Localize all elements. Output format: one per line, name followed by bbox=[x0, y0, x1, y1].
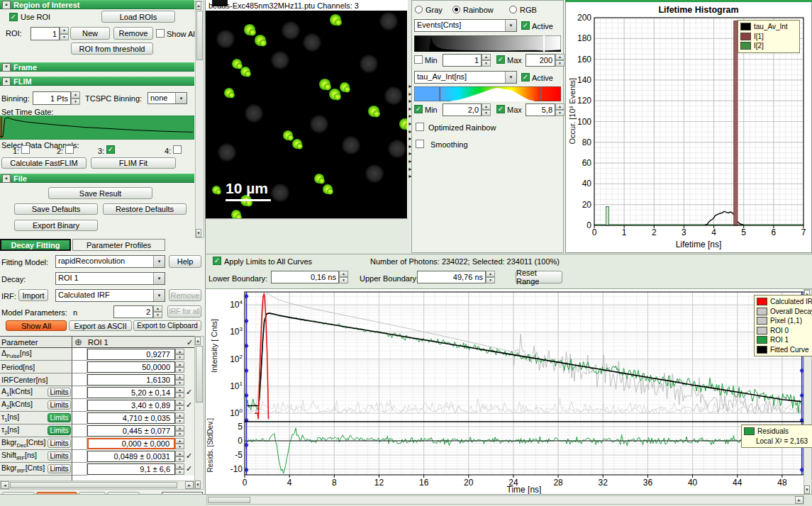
expand-icon[interactable]: ▼ bbox=[2, 63, 11, 72]
limits-button[interactable]: Limits bbox=[48, 413, 71, 422]
left-panel-scrollbar[interactable]: ▲ ▼ bbox=[195, 1, 204, 238]
param-fix-cell[interactable] bbox=[72, 463, 87, 476]
rgb-radio[interactable] bbox=[509, 6, 517, 13]
param-value[interactable]: 0,445 ± 0,077 bbox=[87, 425, 175, 437]
channel1-max-stepper[interactable]: ▲▼ bbox=[555, 54, 564, 67]
tab-parameter-profiles[interactable]: Parameter Profiles bbox=[72, 239, 165, 251]
limits-button[interactable]: Limits bbox=[48, 400, 71, 410]
section-header-flim[interactable]: ▲FLIM bbox=[0, 77, 194, 86]
channel-2-checkbox[interactable] bbox=[65, 145, 74, 154]
restore-defaults-button[interactable]: Restore Defaults bbox=[103, 203, 187, 215]
upper-boundary-input[interactable]: 49,76 ns bbox=[417, 271, 486, 283]
roi-from-threshold-button[interactable]: ROI from threshold bbox=[71, 43, 153, 55]
irf-for-all-button[interactable]: IRF for all bbox=[167, 305, 201, 317]
param-value[interactable]: 4,710 ± 0,035 bbox=[87, 412, 175, 424]
param-stepper[interactable]: ▲▼ bbox=[175, 463, 184, 475]
roi-number-stepper[interactable]: ▲▼ bbox=[60, 27, 69, 40]
use-roi-checkbox[interactable]: ✓ bbox=[9, 13, 18, 21]
channel2-min-input[interactable]: 2,0 bbox=[443, 103, 482, 116]
channel1-max-input[interactable]: 200 bbox=[525, 54, 555, 67]
remove-roi-button[interactable]: Remove bbox=[113, 27, 153, 40]
param-value[interactable]: 9,1 ± 6,6 bbox=[87, 463, 175, 475]
param-value[interactable]: 1,6130 bbox=[87, 374, 175, 386]
remove-irf-button[interactable]: Remove bbox=[169, 289, 201, 301]
lower-boundary-input[interactable]: 0,16 ns bbox=[271, 271, 339, 283]
channel2-active-checkbox[interactable]: ✓ bbox=[521, 73, 530, 81]
param-value[interactable]: 0,0489 ± 0,0031 bbox=[87, 451, 175, 462]
channel1-min-input[interactable]: 1 bbox=[443, 54, 482, 67]
load-rois-button[interactable]: Load ROIs bbox=[101, 11, 175, 23]
param-value[interactable]: 5,20 ± 0,14 bbox=[87, 387, 175, 398]
param-table-vscrollbar[interactable]: ▲ ▼ bbox=[194, 336, 204, 490]
upper-boundary-stepper[interactable]: ▲▼ bbox=[486, 271, 495, 283]
binning-input[interactable]: 1 Pts bbox=[33, 91, 71, 105]
param-value[interactable]: 3,40 ± 0,89 bbox=[87, 400, 175, 411]
limits-button[interactable]: Limits bbox=[48, 439, 71, 448]
save-defaults-button[interactable]: Save Defaults bbox=[14, 203, 98, 215]
param-stepper[interactable]: ▲▼ bbox=[175, 451, 184, 462]
param-fix-cell[interactable] bbox=[72, 425, 87, 437]
param-fix-cell[interactable] bbox=[72, 373, 87, 386]
time-gate-graph[interactable] bbox=[0, 116, 194, 140]
tcspc-binning-select[interactable]: none▼ bbox=[148, 92, 187, 104]
export-binary-button[interactable]: Export Binary bbox=[14, 220, 98, 231]
export-clipboard-button[interactable]: Export to Clipboard bbox=[133, 320, 201, 331]
channel2-max-checkbox[interactable]: ✓ bbox=[496, 105, 505, 113]
limits-button[interactable]: Limits bbox=[48, 388, 71, 397]
channel2-min-checkbox[interactable]: ✓ bbox=[414, 105, 423, 113]
param-fix-cell[interactable] bbox=[72, 437, 87, 450]
gray-gradient-bar[interactable] bbox=[414, 35, 561, 52]
channel-3-checkbox[interactable]: ✓ bbox=[106, 145, 115, 154]
calculate-fastflim-button[interactable]: Calculate FastFLIM bbox=[1, 157, 87, 169]
channel1-select[interactable]: Events[Cnts]▼ bbox=[414, 19, 517, 32]
param-fix-cell[interactable] bbox=[72, 386, 87, 399]
plot-hscrollbar[interactable]: ► bbox=[206, 495, 804, 505]
param-fit-check-icon[interactable]: ✓ bbox=[186, 451, 192, 461]
collapse-icon[interactable]: ▲ bbox=[2, 1, 11, 9]
param-stepper[interactable]: ▲▼ bbox=[175, 412, 184, 424]
tab-decay-fitting[interactable]: Decay Fitting bbox=[0, 239, 71, 251]
rainbow-gradient-bar[interactable] bbox=[414, 86, 561, 101]
save-result-button[interactable]: Save Result bbox=[48, 187, 152, 199]
param-stepper[interactable]: ▲▼ bbox=[175, 349, 184, 360]
channel1-min-stepper[interactable]: ▲▼ bbox=[482, 54, 491, 67]
param-fix-cell[interactable] bbox=[72, 412, 87, 425]
reset-range-button[interactable]: Reset Range bbox=[516, 271, 562, 283]
optimized-rainbow-checkbox[interactable] bbox=[416, 123, 424, 131]
param-fix-cell[interactable] bbox=[72, 361, 87, 373]
param-fit-check-icon[interactable]: ✓ bbox=[186, 400, 192, 410]
irf-select[interactable]: Calculated IRF▼ bbox=[55, 289, 165, 302]
param-stepper[interactable]: ▲▼ bbox=[175, 400, 184, 411]
param-value[interactable]: 0,000 ± 0,000 bbox=[87, 438, 175, 449]
param-value[interactable]: 0,9277 bbox=[87, 349, 175, 360]
limits-button[interactable]: Limits bbox=[48, 451, 71, 461]
channel2-max-input[interactable]: 5,8 bbox=[525, 103, 555, 116]
section-header-file[interactable]: ▲File bbox=[0, 174, 194, 183]
param-stepper[interactable]: ▲▼ bbox=[175, 374, 184, 386]
param-stepper[interactable]: ▲▼ bbox=[175, 361, 184, 373]
limits-button[interactable]: Limits bbox=[48, 426, 71, 435]
flim-image[interactable]: 10 µm bbox=[206, 11, 407, 218]
roi-number-input[interactable]: 1 bbox=[30, 27, 60, 40]
param-fix-cell[interactable] bbox=[72, 450, 87, 463]
param-stepper[interactable]: ▲▼ bbox=[175, 438, 184, 449]
collapse-icon[interactable]: ▲ bbox=[2, 174, 11, 183]
n-stepper[interactable]: ▲▼ bbox=[153, 305, 162, 318]
channel2-min-stepper[interactable]: ▲▼ bbox=[482, 103, 491, 116]
channel2-max-stepper[interactable]: ▲▼ bbox=[555, 103, 564, 116]
globe-icon[interactable]: ⊕ bbox=[74, 337, 82, 347]
param-stepper[interactable]: ▲▼ bbox=[175, 425, 184, 437]
param-fit-check-icon[interactable]: ✓ bbox=[186, 464, 192, 473]
lower-boundary-stepper[interactable]: ▲▼ bbox=[339, 271, 348, 283]
channel1-max-checkbox[interactable]: ✓ bbox=[496, 55, 505, 64]
param-value[interactable]: 50,0000 bbox=[87, 361, 175, 373]
section-header-frame[interactable]: ▼Frame bbox=[0, 62, 194, 72]
help-button[interactable]: Help bbox=[169, 255, 201, 268]
channel-4-checkbox[interactable] bbox=[173, 145, 182, 154]
channel2-select[interactable]: tau_Av_Int[ns]▼ bbox=[414, 71, 517, 84]
gray-radio[interactable] bbox=[415, 6, 423, 13]
decay-select[interactable]: ROI 1▼ bbox=[55, 272, 165, 285]
export-ascii-button[interactable]: Export as ASCII bbox=[69, 320, 132, 331]
new-roi-button[interactable]: New bbox=[70, 27, 110, 40]
param-fit-check-icon[interactable]: ✓ bbox=[186, 388, 192, 397]
